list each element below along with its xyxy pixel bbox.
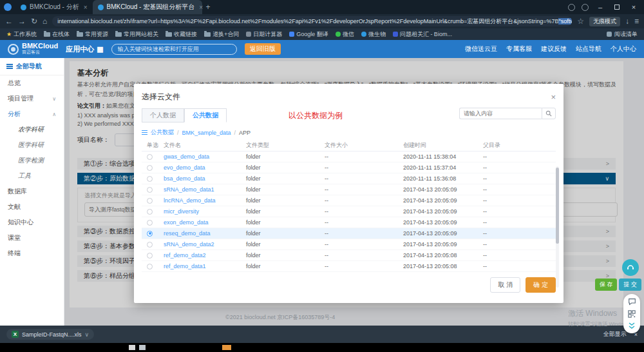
refresh-icon[interactable]: ↻ — [31, 17, 37, 25]
tab-personal-data[interactable]: 个人数据 — [142, 108, 184, 122]
download-caret-icon[interactable]: ∨ — [85, 331, 90, 338]
row-radio[interactable] — [147, 253, 153, 259]
back-icon[interactable]: ← — [5, 17, 13, 25]
sidebar-item-project-management[interactable]: 项目管理∨ — [0, 91, 64, 106]
sidebar-item-medical-testing[interactable]: 医学检测 — [0, 153, 64, 168]
tab-public-data[interactable]: 公共数据 — [184, 108, 227, 122]
table-row[interactable]: evo_demo_datafolder--2020-11-11 15:37:04… — [142, 162, 556, 173]
file-link[interactable]: gwas_demo_data — [164, 153, 246, 160]
sidebar-item-literature[interactable]: 文献 — [0, 199, 64, 215]
cancel-button[interactable]: 取 消 — [490, 277, 520, 293]
file-link[interactable]: bsa_demo_data — [164, 175, 246, 182]
taskbar-item[interactable] — [129, 345, 135, 350]
back-to-old-version-button[interactable]: 返回旧版 — [245, 43, 281, 55]
row-radio[interactable] — [147, 165, 153, 171]
table-scrollbar[interactable] — [556, 166, 559, 288]
table-row[interactable]: bsa_demo_datafolder--2020-11-11 15:36:08… — [142, 173, 556, 184]
forward-icon[interactable]: → — [18, 17, 26, 25]
browser-tab-1[interactable]: BMKCloud - 分析 × — [15, 0, 93, 14]
file-link[interactable]: ref_demo_data1 — [164, 263, 246, 269]
file-link[interactable]: sRNA_demo_data2 — [164, 241, 246, 248]
reading-list-button[interactable]: 阅读清单 — [607, 30, 638, 39]
sidebar-item-analysis[interactable]: 分析∧ — [0, 106, 64, 122]
file-link[interactable]: ref_demo_data2 — [164, 252, 246, 259]
bookmark-item[interactable]: 日期计算器 — [246, 30, 282, 39]
row-radio-selected[interactable] — [147, 231, 153, 237]
sidebar-item-database[interactable]: 数据库 — [0, 184, 64, 199]
file-link[interactable]: reseq_demo_data — [164, 230, 246, 237]
table-row[interactable]: sRNA_demo_data1folder--2017-04-13 20:05:… — [142, 184, 556, 195]
table-row-selected[interactable]: reseq_demo_datafolder--2017-04-13 20:05:… — [142, 228, 556, 239]
download-icon[interactable]: ↓ — [625, 17, 629, 25]
row-radio[interactable] — [147, 220, 153, 226]
row-radio[interactable] — [147, 242, 153, 248]
table-row[interactable]: ref_demo_data1folder--2017-04-13 20:05:0… — [142, 261, 556, 272]
bmkcloud-logo[interactable]: BMKCloud 百迈客云 — [8, 43, 58, 55]
file-link[interactable]: lncRNA_demo_data — [164, 197, 246, 204]
sidebar-item-tools[interactable]: 工具 — [0, 168, 64, 184]
customer-service-icon[interactable] — [622, 259, 639, 276]
row-radio[interactable] — [147, 154, 153, 160]
app-center-button[interactable]: 应用中心 ▦ — [66, 44, 103, 54]
address-bar[interactable]: international.biocloud.net/zh/iframe?url… — [52, 16, 572, 26]
sidebar-item-knowledge-center[interactable]: 知识中心 — [0, 215, 64, 230]
sidebar-item-overview[interactable]: 总览 — [0, 75, 64, 91]
row-radio[interactable] — [147, 187, 153, 193]
sidebar-item-medical-research[interactable]: 医学科研 — [0, 137, 64, 153]
sidebar-item-agri-research[interactable]: 农学科研 — [0, 122, 64, 137]
header-link-wechat-beans[interactable]: 微信送云豆 — [465, 44, 497, 54]
row-radio[interactable] — [147, 209, 153, 215]
header-link-personal-center[interactable]: 个人中心 — [611, 44, 636, 54]
header-link-site-nav[interactable]: 站点导航 — [576, 44, 601, 54]
row-radio[interactable] — [147, 264, 153, 269]
window-close-button[interactable]: × — [629, 3, 639, 11]
collapse-double-chevron-icon[interactable] — [628, 322, 636, 329]
breadcrumb-bmk-sample-data[interactable]: BMK_sample_data — [182, 130, 231, 136]
show-all-downloads-button[interactable]: 全部显示 — [603, 330, 627, 338]
scrollbar-thumb[interactable] — [556, 168, 559, 244]
breadcrumb-public-data[interactable]: 公共数据 — [151, 128, 174, 137]
home-icon[interactable]: ⌂ — [43, 17, 47, 25]
window-maximize-button[interactable] — [612, 3, 622, 11]
settings-icon[interactable] — [568, 4, 575, 11]
taskbar-item[interactable] — [139, 345, 146, 350]
bookmark-item[interactable]: ★工作系统 — [6, 30, 37, 39]
row-radio[interactable] — [147, 176, 153, 182]
bookmark-folder[interactable]: 常用网站相关 — [115, 30, 158, 39]
search-icon[interactable] — [542, 108, 556, 119]
table-row[interactable]: gwas_demo_datafolder--2020-11-11 15:38:0… — [142, 152, 556, 162]
browser-tab-2-active[interactable]: BMKCloud - 宏基因组分析平台 × — [93, 0, 202, 14]
bookmark-item[interactable]: 微生物 — [361, 30, 386, 39]
dialog-close-icon[interactable]: × — [551, 92, 556, 102]
bookmark-folder[interactable]: 退换+合同 — [204, 30, 239, 39]
file-link[interactable]: exon_demo_data — [164, 219, 246, 226]
tab-close-icon[interactable]: × — [199, 4, 203, 11]
header-link-feedback[interactable]: 建议反馈 — [541, 44, 567, 54]
save-button[interactable]: 保 存 — [595, 279, 618, 291]
bookmark-folder[interactable]: 常用资源 — [77, 30, 108, 39]
sidebar-item-classroom[interactable]: 课堂 — [0, 230, 64, 246]
submit-button[interactable]: 提 交 — [619, 279, 641, 291]
new-tab-button[interactable]: + — [206, 3, 211, 12]
dialog-search-input[interactable] — [459, 108, 542, 119]
download-item[interactable]: X SampleID-FastqN....xls ∨ — [6, 329, 94, 340]
bookmark-item[interactable]: 问题相关汇 - Biom... — [393, 30, 452, 39]
bookmark-folder[interactable]: 收藏链接 — [166, 30, 197, 39]
profile-icon[interactable] — [582, 4, 589, 11]
header-link-customer-service[interactable]: 专属客服 — [506, 44, 532, 54]
sidebar-item-terminal[interactable]: 终端 — [0, 246, 64, 261]
row-radio[interactable] — [147, 198, 153, 204]
bookmark-folder[interactable]: 在线体 — [44, 30, 70, 39]
file-link[interactable]: sRNA_demo_data1 — [164, 186, 246, 193]
bookmark-item[interactable]: 微信 — [336, 30, 354, 39]
qr-code-icon[interactable] — [628, 310, 636, 318]
table-row[interactable]: micr_diversityfolder--2017-04-13 20:05:0… — [142, 206, 556, 217]
file-link[interactable]: evo_demo_data — [164, 164, 246, 171]
confirm-button[interactable]: 确 定 — [526, 277, 556, 293]
tab-close-icon[interactable]: × — [84, 4, 88, 11]
table-row[interactable]: exon_demo_datafolder--2017-04-13 20:05:0… — [142, 217, 556, 228]
table-row[interactable]: ref_demo_data2folder--2017-04-13 20:05:0… — [142, 250, 556, 261]
taskbar-item[interactable] — [222, 345, 231, 350]
table-row[interactable]: sRNA_demo_data2folder--2017-04-13 20:05:… — [142, 239, 556, 250]
bookmark-star-icon[interactable]: ☆ — [577, 17, 584, 25]
